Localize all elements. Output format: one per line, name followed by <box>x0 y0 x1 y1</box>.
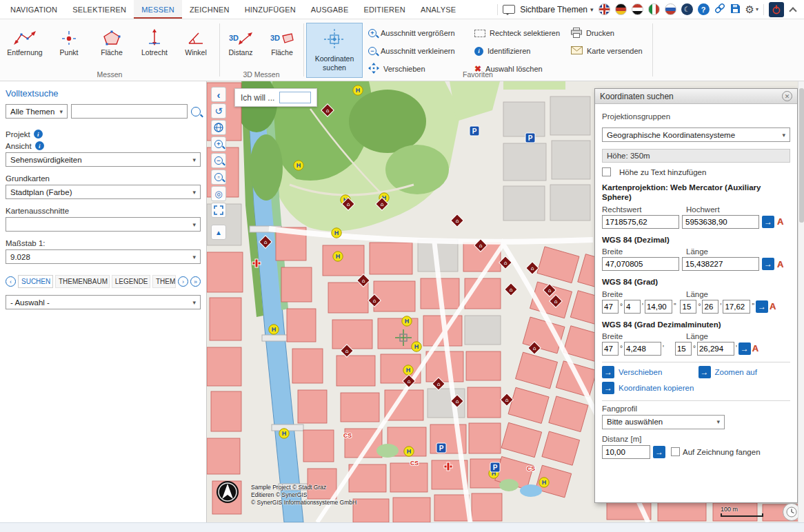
hoehe-checkbox[interactable] <box>602 167 611 176</box>
distanz-go-button[interactable] <box>653 446 665 458</box>
laenge-dezimal-input[interactable] <box>682 257 759 271</box>
tool-winkel[interactable]: Winkel <box>175 25 217 57</box>
tool-flaeche[interactable]: Fläche <box>91 25 132 57</box>
ansicht-info-icon[interactable] <box>35 141 44 150</box>
language-flag-en-icon[interactable] <box>599 3 610 15</box>
zoom-window-button[interactable]: ▫ <box>211 170 226 185</box>
tab-suchen[interactable]: SUCHEN <box>18 275 53 288</box>
auswahl-select[interactable]: - Auswahl - <box>6 295 201 309</box>
menu-navigation[interactable]: NAVIGATION <box>3 0 65 19</box>
projekt-info-icon[interactable] <box>34 130 43 139</box>
hoehe-checkbox-row[interactable]: Höhe zu Text hinzufügen <box>602 167 790 176</box>
verschieben-action[interactable]: Verschieben <box>602 366 694 378</box>
tabs-overflow-icon[interactable]: » <box>190 276 201 287</box>
mercator-go-button[interactable] <box>762 216 774 228</box>
tab-themenbaum[interactable]: THEMENBAUM <box>55 275 110 288</box>
tab-themenabfrage[interactable]: THEM <box>152 275 176 288</box>
menu-editieren[interactable]: EDITIEREN <box>356 0 412 19</box>
massstab-select[interactable]: 9.028 <box>6 249 201 264</box>
tool-identifizieren[interactable]: Identifizieren <box>474 43 530 59</box>
volltextsuche-link[interactable]: Volltextsuche <box>6 88 201 99</box>
tool-3d-flaeche[interactable]: 3D Fläche <box>263 25 301 57</box>
menu-messen[interactable]: MESSEN <box>134 0 182 19</box>
ansicht-select[interactable]: Sehenswürdigkeiten <box>6 152 201 167</box>
tabs-scroll-right-icon[interactable]: › <box>178 276 188 287</box>
center-target-button[interactable] <box>211 186 226 201</box>
koordinaten-suchen-button[interactable]: Koordinaten suchen <box>306 23 363 78</box>
gdm-breite-deg-input[interactable] <box>602 342 619 356</box>
projektionsgruppen-select[interactable]: Geographische Koordinatensysteme <box>602 127 790 142</box>
verschieben-go-icon <box>602 366 614 378</box>
tool-ausschnitt-verkleinern[interactable]: Ausschnitt verkleinern <box>368 43 455 59</box>
kopieren-action[interactable]: Koordinaten kopieren <box>602 382 790 394</box>
gdm-laenge-deg-input[interactable] <box>675 342 692 356</box>
wgs-gdm-go-button[interactable] <box>738 342 751 355</box>
wgs-dezimal-label-button[interactable] <box>777 259 783 269</box>
menu-zeichnen[interactable]: ZEICHNEN <box>182 0 237 19</box>
dark-mode-moon-icon[interactable] <box>681 3 693 15</box>
wgs-dezimal-go-button[interactable] <box>762 258 774 270</box>
ribbon-separator <box>652 23 653 76</box>
fangen-checkbox[interactable] <box>671 447 680 456</box>
collapse-ribbon-chevron-icon[interactable] <box>789 7 796 14</box>
wgs-grad-go-button[interactable] <box>756 300 768 313</box>
menu-ausgabe[interactable]: AUSGABE <box>303 0 356 19</box>
distanz-input[interactable] <box>602 445 650 459</box>
collapse-sidebar-button[interactable] <box>211 87 226 102</box>
tool-3d-distanz[interactable]: 3D Distanz <box>222 25 259 57</box>
language-flag-de-icon[interactable] <box>615 3 627 15</box>
vertical-scrollbar[interactable] <box>798 81 804 522</box>
grad-breite-min-input[interactable] <box>624 300 641 314</box>
search-icon[interactable] <box>191 107 201 116</box>
fangprofil-select[interactable]: Bitte auswählen <box>602 415 725 429</box>
tabs-scroll-left-icon[interactable]: ‹ <box>6 276 16 287</box>
close-icon[interactable] <box>782 91 792 101</box>
save-icon[interactable] <box>730 3 741 16</box>
language-flag-ru-icon[interactable] <box>665 3 676 15</box>
grundkarten-select[interactable]: Stadtplan (Farbe) <box>6 185 201 199</box>
map-zoom-in-button[interactable] <box>211 136 226 152</box>
rechtswert-input[interactable] <box>602 215 679 229</box>
full-extent-button[interactable] <box>211 203 226 218</box>
tool-drucken[interactable]: Drucken <box>571 25 614 41</box>
tab-legende[interactable]: LEGENDE <box>112 275 150 288</box>
language-flag-ar-icon[interactable] <box>632 3 643 15</box>
search-input[interactable] <box>71 104 188 119</box>
map-zoom-out-button[interactable] <box>211 153 226 168</box>
tool-punkt[interactable]: Punkt <box>48 25 90 57</box>
globe-button[interactable] <box>211 120 226 135</box>
wgs-grad-label-button[interactable] <box>770 301 776 311</box>
reset-view-button[interactable] <box>211 103 226 119</box>
breite-dezimal-input[interactable] <box>602 257 679 271</box>
grad-breite-deg-input[interactable] <box>602 300 619 314</box>
language-flag-it-icon[interactable] <box>648 3 660 15</box>
scrollbar-thumb[interactable] <box>799 88 804 223</box>
kartenausschnitte-select[interactable] <box>6 217 201 232</box>
menu-selektieren[interactable]: SELEKTIEREN <box>65 0 134 19</box>
zoomen-auf-action[interactable]: Zoomen auf <box>699 366 791 378</box>
tool-ausschnitt-vergroessern[interactable]: Ausschnitt vergrößern <box>368 25 455 41</box>
tool-karte-versenden[interactable]: Karte versenden <box>571 43 643 59</box>
grad-laenge-deg-input[interactable] <box>680 300 696 314</box>
mercator-label-button[interactable] <box>777 216 783 227</box>
grad-laenge-min-input[interactable] <box>702 300 718 314</box>
grad-laenge-sec-input[interactable] <box>723 300 750 314</box>
pan-up-button[interactable] <box>211 225 226 240</box>
menu-analyse[interactable]: ANALYSE <box>413 0 463 19</box>
gdm-laenge-min-input[interactable] <box>697 342 734 356</box>
theme-filter-select[interactable]: Alle Themen <box>6 104 68 119</box>
tool-lotrecht[interactable]: Lotrecht <box>134 25 175 57</box>
menu-hinzufuegen[interactable]: HINZUFÜGEN <box>237 0 303 19</box>
sichtbare-themen-dropdown[interactable]: Sichtbare Themen <box>520 5 593 14</box>
tool-entfernung[interactable]: Entfernung <box>4 25 46 57</box>
tool-rechteck-selektieren[interactable]: Rechteck selektieren <box>474 25 560 41</box>
gdm-breite-min-input[interactable] <box>624 342 661 356</box>
ich-will-input[interactable] <box>279 92 311 103</box>
link-icon[interactable] <box>714 3 725 16</box>
settings-gear-icon[interactable] <box>745 3 758 16</box>
wgs-gdm-label-button[interactable] <box>752 343 758 354</box>
logout-power-button[interactable] <box>769 2 784 17</box>
help-icon[interactable] <box>698 3 710 15</box>
hochwert-input[interactable] <box>682 215 759 229</box>
grad-breite-sec-input[interactable] <box>645 300 672 314</box>
